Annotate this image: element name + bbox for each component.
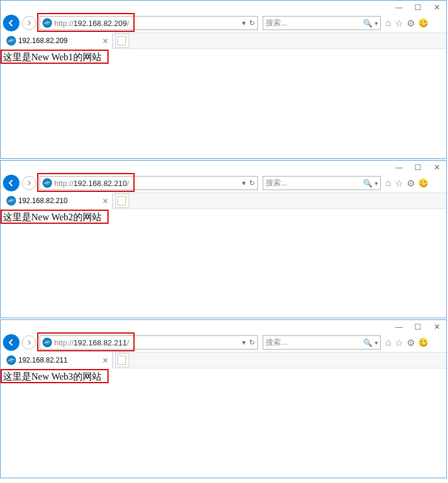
ie-icon (42, 18, 52, 28)
tab-close-icon[interactable]: ✕ (102, 37, 109, 45)
forward-button[interactable] (22, 16, 36, 30)
forward-button[interactable] (22, 335, 36, 350)
tab-close-icon[interactable]: ✕ (102, 197, 109, 205)
smiley-icon[interactable] (418, 178, 428, 188)
refresh-icon[interactable]: ↻ (249, 338, 255, 347)
smiley-icon[interactable] (418, 338, 428, 347)
toolbar-icons: ⌂ ☆ ⚙ (385, 18, 428, 29)
home-icon[interactable]: ⌂ (385, 178, 391, 188)
url-text: http://192.168.82.210/ (54, 179, 242, 188)
address-row: http://192.168.82.209/ ▾ ↻ 搜索... 🔍▾ ⌂ ☆ … (1, 14, 446, 32)
tab-title: 192.168.82.209 (18, 37, 67, 45)
search-placeholder: 搜索... (266, 178, 287, 188)
tab-close-icon[interactable]: ✕ (102, 356, 109, 365)
window-controls: — ☐ ✕ (390, 161, 446, 174)
browser-tab[interactable]: 192.168.82.210 ✕ (1, 192, 113, 209)
search-placeholder: 搜索... (266, 18, 287, 28)
search-icon[interactable]: 🔍 (363, 19, 372, 28)
arrow-right-icon (25, 339, 32, 346)
refresh-icon[interactable]: ↻ (249, 179, 255, 187)
search-dropdown-icon[interactable]: ▾ (375, 20, 378, 27)
toolbar-icons: ⌂ ☆ ⚙ (385, 178, 428, 189)
page-body: 这里是New Web2的网站 (1, 209, 446, 318)
new-tab-button[interactable] (115, 34, 129, 48)
address-row: http://192.168.82.210/ ▾ ↻ 搜索... 🔍▾ ⌂ ☆ … (1, 174, 446, 192)
search-icon[interactable]: 🔍 (363, 338, 372, 347)
search-dropdown-icon[interactable]: ▾ (375, 340, 378, 346)
arrow-left-icon (6, 18, 16, 28)
forward-button[interactable] (22, 176, 36, 190)
browser-window: — ☐ ✕ http://192.168.82.209/ ▾ ↻ 搜索... 🔍… (0, 0, 447, 159)
address-bar[interactable]: http://192.168.82.211/ ▾ ↻ (40, 335, 258, 350)
browser-tab[interactable]: 192.168.82.211 ✕ (1, 352, 113, 368)
address-row: http://192.168.82.211/ ▾ ↻ 搜索... 🔍▾ ⌂ ☆ … (1, 333, 446, 352)
ie-icon (6, 196, 16, 205)
url-tools: ▾ ↻ (242, 179, 257, 187)
arrow-left-icon (6, 178, 16, 188)
search-box[interactable]: 搜索... 🔍▾ (263, 335, 381, 350)
gear-icon[interactable]: ⚙ (407, 18, 415, 29)
search-tools: 🔍▾ (363, 179, 378, 188)
close-button[interactable]: ✕ (427, 161, 446, 174)
tab-title: 192.168.82.210 (18, 197, 67, 205)
window-controls: — ☐ ✕ (390, 320, 446, 333)
ie-icon (42, 178, 52, 188)
ie-icon (6, 355, 16, 365)
page-content-text: 这里是New Web1的网站 (3, 51, 102, 64)
minimize-button[interactable]: — (390, 320, 408, 333)
page-body: 这里是New Web3的网站 (1, 368, 446, 478)
tab-row: 192.168.82.209 ✕ (1, 32, 446, 49)
tab-title: 192.168.82.211 (18, 356, 67, 364)
gear-icon[interactable]: ⚙ (407, 178, 415, 189)
toolbar-icons: ⌂ ☆ ⚙ (385, 337, 428, 348)
dropdown-icon[interactable]: ▾ (242, 338, 246, 347)
favorites-icon[interactable]: ☆ (395, 178, 403, 189)
search-tools: 🔍▾ (363, 338, 378, 347)
minimize-button[interactable]: — (390, 161, 408, 174)
favorites-icon[interactable]: ☆ (395, 18, 403, 29)
new-tab-button[interactable] (115, 353, 129, 367)
ie-icon (42, 338, 52, 347)
address-bar[interactable]: http://192.168.82.210/ ▾ ↻ (40, 176, 258, 190)
ie-icon (6, 36, 16, 45)
favorites-icon[interactable]: ☆ (395, 337, 403, 348)
browser-window: — ☐ ✕ http://192.168.82.211/ ▾ ↻ 搜索... 🔍… (0, 319, 447, 478)
close-button[interactable]: ✕ (427, 320, 446, 333)
home-icon[interactable]: ⌂ (385, 18, 391, 28)
url-tools: ▾ ↻ (242, 338, 257, 347)
home-icon[interactable]: ⌂ (385, 337, 391, 348)
url-text: http://192.168.82.209/ (54, 19, 242, 28)
window-controls: — ☐ ✕ (390, 1, 446, 14)
maximize-button[interactable]: ☐ (408, 1, 427, 14)
minimize-button[interactable]: — (390, 1, 408, 14)
new-tab-button[interactable] (115, 194, 129, 208)
arrow-right-icon (25, 19, 32, 27)
address-bar[interactable]: http://192.168.82.209/ ▾ ↻ (40, 16, 258, 30)
search-dropdown-icon[interactable]: ▾ (375, 180, 378, 187)
browser-window: — ☐ ✕ http://192.168.82.210/ ▾ ↻ 搜索... 🔍… (0, 160, 447, 318)
search-box[interactable]: 搜索... 🔍▾ (263, 16, 381, 30)
maximize-button[interactable]: ☐ (408, 320, 427, 333)
tab-row: 192.168.82.211 ✕ (1, 352, 446, 368)
dropdown-icon[interactable]: ▾ (242, 19, 246, 27)
search-tools: 🔍▾ (363, 19, 378, 28)
page-content-text: 这里是New Web2的网站 (3, 211, 102, 224)
back-button[interactable] (3, 15, 19, 31)
search-box[interactable]: 搜索... 🔍▾ (263, 176, 381, 190)
arrow-right-icon (25, 180, 32, 187)
smiley-icon[interactable] (418, 18, 428, 28)
page-body: 这里是New Web1的网站 (1, 49, 446, 158)
arrow-left-icon (6, 338, 16, 347)
maximize-button[interactable]: ☐ (408, 161, 427, 174)
back-button[interactable] (3, 175, 19, 191)
gear-icon[interactable]: ⚙ (407, 337, 415, 348)
url-tools: ▾ ↻ (242, 19, 257, 27)
refresh-icon[interactable]: ↻ (249, 19, 255, 27)
browser-tab[interactable]: 192.168.82.209 ✕ (1, 32, 113, 49)
search-placeholder: 搜索... (266, 337, 287, 348)
tab-row: 192.168.82.210 ✕ (1, 192, 446, 209)
close-button[interactable]: ✕ (427, 1, 446, 14)
back-button[interactable] (3, 334, 19, 351)
dropdown-icon[interactable]: ▾ (242, 179, 246, 187)
search-icon[interactable]: 🔍 (363, 179, 372, 188)
